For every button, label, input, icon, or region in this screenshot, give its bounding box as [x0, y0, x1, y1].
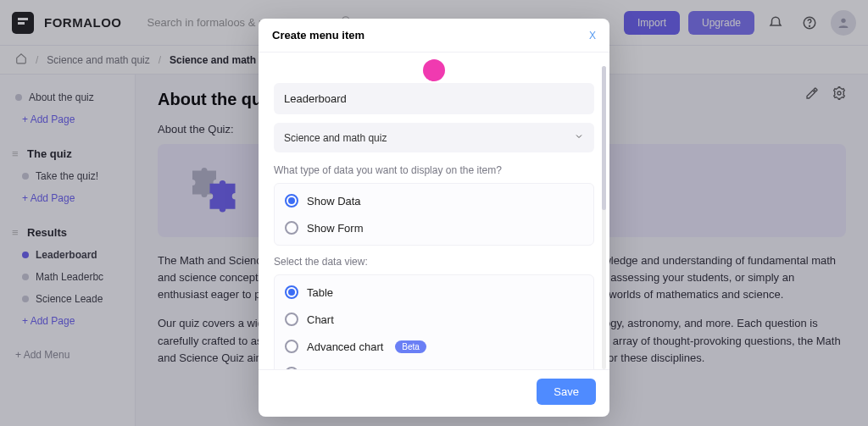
save-button[interactable]: Save [537, 379, 596, 405]
modal-overlay[interactable]: Create menu item X Science and math quiz… [0, 0, 868, 426]
modal-create-menu-item: Create menu item X Science and math quiz… [259, 19, 609, 417]
radio-board[interactable]: Board [275, 360, 593, 369]
radio-icon [285, 340, 298, 353]
radio-icon [285, 194, 298, 207]
data-type-radio-group: Show Data Show Form [274, 183, 594, 246]
radio-icon [285, 313, 298, 326]
data-view-radio-group: Table Chart Advanced chart Beta Board [274, 274, 594, 369]
menu-item-name-input[interactable] [274, 83, 594, 114]
radio-icon [285, 221, 298, 235]
radio-label: Chart [307, 313, 334, 326]
radio-chart[interactable]: Chart [275, 306, 593, 333]
radio-show-data[interactable]: Show Data [275, 187, 593, 214]
modal-body: Science and math quiz What type of data … [259, 53, 609, 369]
radio-label: Advanced chart [307, 340, 383, 353]
modal-header: Create menu item X [259, 19, 609, 53]
cursor-indicator-icon [423, 59, 445, 81]
radio-show-form[interactable]: Show Form [275, 214, 593, 241]
question-data-view: Select the data view: [274, 256, 594, 268]
chevron-down-icon [574, 131, 584, 144]
radio-label: Show Data [307, 195, 361, 207]
beta-badge: Beta [395, 340, 426, 353]
radio-icon [285, 285, 298, 299]
parent-select-value: Science and math quiz [284, 132, 387, 144]
radio-advanced-chart[interactable]: Advanced chart Beta [275, 333, 593, 360]
radio-label: Table [307, 286, 333, 299]
radio-table[interactable]: Table [275, 279, 593, 306]
radio-label: Show Form [307, 222, 363, 235]
scrollbar-thumb[interactable] [602, 66, 606, 210]
question-data-type: What type of data you want to display on… [274, 164, 594, 176]
parent-select[interactable]: Science and math quiz [274, 123, 594, 152]
modal-title: Create menu item [272, 29, 364, 41]
close-icon[interactable]: X [589, 30, 596, 41]
modal-footer: Save [259, 369, 609, 417]
